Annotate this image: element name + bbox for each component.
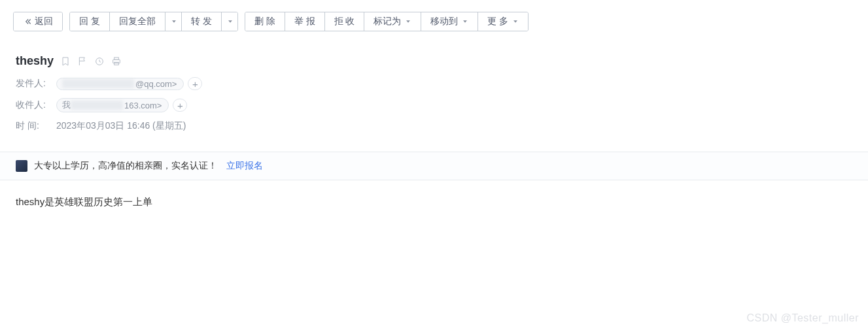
caret-down-icon bbox=[405, 18, 411, 25]
reply-all-button[interactable]: 回复全部 bbox=[109, 12, 165, 31]
time-row: 时 间: 2023年03月03日 16:46 (星期五) bbox=[16, 120, 852, 132]
mail-body: theshy是英雄联盟历史第一上单 bbox=[0, 180, 868, 311]
mark-as-button[interactable]: 标记为 bbox=[364, 12, 421, 31]
chevron-left-icon bbox=[23, 17, 32, 26]
ad-text: 大专以上学历，高净值的相亲圈，实名认证！ bbox=[34, 160, 217, 172]
caret-down-icon bbox=[462, 18, 468, 25]
forward-button[interactable]: 转 发 bbox=[181, 12, 221, 31]
reply-group: 回 复 回复全部 转 发 bbox=[69, 12, 238, 31]
subject-icons bbox=[60, 56, 122, 67]
sender-label: 发件人: bbox=[16, 78, 56, 90]
ad-bar: 大专以上学历，高净值的相亲圈，实名认证！ 立即报名 bbox=[0, 152, 868, 180]
forward-dropdown[interactable] bbox=[221, 12, 237, 31]
svg-marker-4 bbox=[513, 20, 517, 22]
recipient-domain: 163.com> bbox=[124, 101, 162, 110]
mail-header: theshy 发件人: @qq.com> + 收件人: 我 bbox=[0, 41, 868, 152]
toolbar: 返回 回 复 回复全部 转 发 删 除 举 报 拒 收 标记为 移动到 更 多 bbox=[0, 0, 868, 41]
ad-link[interactable]: 立即报名 bbox=[226, 160, 263, 172]
svg-marker-0 bbox=[172, 20, 176, 22]
recipient-blur bbox=[71, 101, 123, 110]
report-button[interactable]: 举 报 bbox=[285, 12, 324, 31]
reply-all-dropdown[interactable] bbox=[165, 12, 181, 31]
clock-icon[interactable] bbox=[94, 56, 105, 67]
add-sender-button[interactable]: + bbox=[188, 77, 202, 90]
svg-marker-1 bbox=[228, 20, 232, 22]
time-label: 时 间: bbox=[16, 120, 56, 132]
recipient-label: 收件人: bbox=[16, 99, 56, 111]
actions-group: 删 除 举 报 拒 收 标记为 移动到 更 多 bbox=[245, 12, 529, 31]
recipient-chip[interactable]: 我 163.com> bbox=[56, 98, 169, 112]
sender-blur bbox=[62, 79, 134, 88]
bookmark-icon[interactable] bbox=[60, 56, 71, 67]
move-to-button[interactable]: 移动到 bbox=[421, 12, 477, 31]
caret-down-icon bbox=[512, 18, 519, 25]
caret-down-icon bbox=[227, 18, 234, 25]
recipient-row: 收件人: 我 163.com> + bbox=[16, 98, 852, 112]
back-group: 返回 bbox=[13, 12, 63, 31]
sender-domain: @qq.com> bbox=[135, 79, 177, 89]
more-button[interactable]: 更 多 bbox=[477, 12, 528, 31]
sender-chip[interactable]: @qq.com> bbox=[56, 78, 184, 90]
svg-marker-2 bbox=[407, 20, 411, 22]
back-label: 返回 bbox=[35, 16, 53, 27]
flag-icon[interactable] bbox=[77, 56, 88, 67]
subject-text: theshy bbox=[16, 54, 54, 68]
reject-button[interactable]: 拒 收 bbox=[324, 12, 364, 31]
add-recipient-button[interactable]: + bbox=[173, 99, 187, 112]
ad-icon bbox=[16, 160, 27, 172]
reply-button[interactable]: 回 复 bbox=[70, 12, 109, 31]
svg-marker-3 bbox=[464, 20, 468, 22]
subject-row: theshy bbox=[16, 54, 852, 68]
caret-down-icon bbox=[171, 18, 177, 25]
mail-body-content: theshy是英雄联盟历史第一上单 bbox=[16, 196, 852, 208]
time-value: 2023年03月03日 16:46 (星期五) bbox=[56, 120, 186, 132]
delete-button[interactable]: 删 除 bbox=[245, 12, 285, 31]
print-icon[interactable] bbox=[111, 56, 122, 67]
back-button[interactable]: 返回 bbox=[14, 12, 62, 31]
recipient-prefix: 我 bbox=[62, 99, 71, 111]
sender-row: 发件人: @qq.com> + bbox=[16, 77, 852, 90]
svg-rect-8 bbox=[114, 62, 119, 65]
